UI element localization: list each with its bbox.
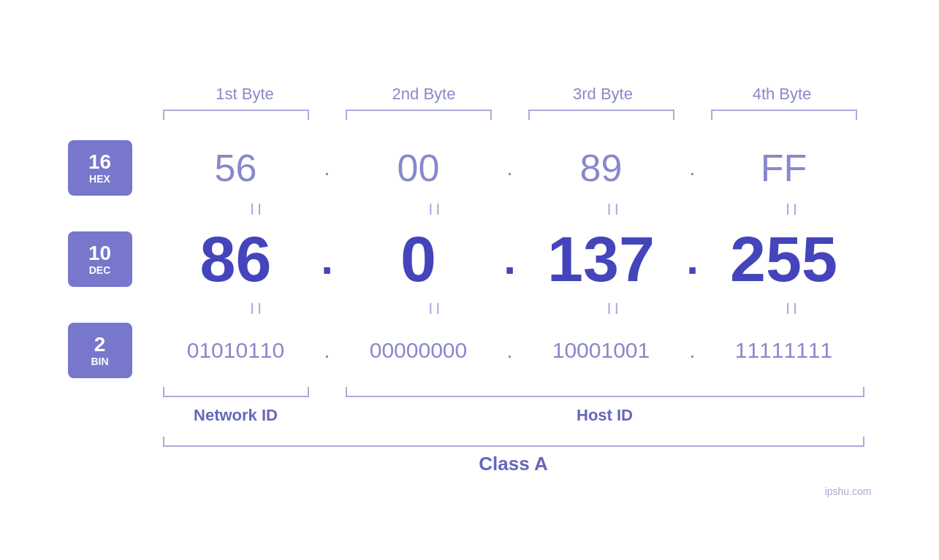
bin-byte-1: 01010110 bbox=[156, 338, 316, 363]
equals-row-2: II II II II bbox=[179, 299, 872, 318]
bin-dot-3: . bbox=[682, 338, 704, 363]
hex-value-4: FF bbox=[761, 147, 807, 189]
top-bracket-4 bbox=[704, 110, 864, 124]
dec-value-3: 137 bbox=[547, 223, 655, 295]
top-brackets bbox=[156, 110, 872, 124]
dec-values: 86 . 0 . 137 . 255 bbox=[156, 222, 872, 296]
dec-dot-2: . bbox=[499, 237, 521, 281]
eq-spacer-3 bbox=[693, 200, 714, 219]
bin-byte-3: 10001001 bbox=[521, 338, 682, 363]
top-bracket-3 bbox=[521, 110, 682, 124]
dec-byte-3: 137 bbox=[521, 222, 682, 296]
class-bracket bbox=[163, 437, 864, 447]
hex-value-3: 89 bbox=[580, 147, 623, 189]
byte-label-1: 1st Byte bbox=[164, 85, 325, 104]
bottom-brackets bbox=[156, 387, 872, 402]
hex-byte-3: 89 bbox=[521, 146, 682, 190]
bin-badge: 2 BIN bbox=[68, 323, 132, 378]
eq-2-3: II bbox=[536, 299, 693, 318]
dec-byte-1: 86 bbox=[156, 222, 316, 296]
hex-dot-2: . bbox=[499, 156, 521, 180]
bin-value-1: 01010110 bbox=[187, 338, 284, 362]
top-bracket-2 bbox=[338, 110, 499, 124]
dec-badge-number: 10 bbox=[88, 242, 111, 265]
eq-spacer-2 bbox=[514, 200, 536, 219]
dec-value-4: 255 bbox=[730, 223, 837, 295]
eq-2-2: II bbox=[357, 299, 514, 318]
eq-spacer-5 bbox=[514, 299, 536, 318]
host-bracket bbox=[338, 387, 872, 402]
main-container: 1st Byte 2nd Byte 3rd Byte 4th Byte 16 H… bbox=[68, 85, 872, 475]
hex-badge-label: HEX bbox=[89, 173, 110, 185]
host-label-spacer bbox=[316, 406, 338, 425]
dec-row: 10 DEC 86 . 0 . 137 . 255 bbox=[68, 222, 872, 296]
top-bracket-shape-4 bbox=[711, 110, 857, 120]
eq-1-4: II bbox=[714, 200, 871, 219]
hex-badge-number: 16 bbox=[88, 151, 111, 174]
hex-value-2: 00 bbox=[398, 147, 440, 189]
dec-byte-2: 0 bbox=[338, 222, 499, 296]
bottom-section: Network ID Host ID bbox=[156, 387, 872, 425]
dec-dot-1: . bbox=[316, 237, 338, 281]
hex-byte-2: 00 bbox=[338, 146, 499, 190]
eq-1-1: II bbox=[179, 200, 336, 219]
bin-values: 01010110 . 00000000 . 10001001 . 1111111… bbox=[156, 338, 872, 363]
hex-value-1: 56 bbox=[215, 147, 257, 189]
hex-row: 16 HEX 56 . 00 . 89 . FF bbox=[68, 139, 872, 197]
equals-row-1: II II II II bbox=[179, 200, 872, 219]
eq-2-1: II bbox=[179, 299, 336, 318]
hex-dot-3: . bbox=[682, 156, 704, 180]
bin-value-3: 10001001 bbox=[552, 338, 650, 362]
top-bracket-shape-3 bbox=[528, 110, 674, 120]
host-bracket-shape bbox=[346, 387, 864, 397]
eq-spacer-6 bbox=[693, 299, 714, 318]
bottom-labels: Network ID Host ID bbox=[156, 406, 872, 425]
hex-byte-4: FF bbox=[704, 146, 864, 190]
dec-byte-4: 255 bbox=[704, 222, 864, 296]
dec-value-2: 0 bbox=[400, 223, 436, 295]
byte-label-2: 2nd Byte bbox=[343, 85, 504, 104]
bin-row: 2 BIN 01010110 . 00000000 . 10001001 . 1… bbox=[68, 321, 872, 380]
bin-dot-2: . bbox=[499, 338, 521, 363]
eq-1-2: II bbox=[357, 200, 514, 219]
dec-dot-3: . bbox=[682, 237, 704, 281]
dec-value-1: 86 bbox=[200, 223, 272, 295]
class-section: Class A bbox=[156, 437, 872, 475]
bin-byte-2: 00000000 bbox=[338, 338, 499, 363]
top-bracket-shape-1 bbox=[163, 110, 309, 120]
bin-value-2: 00000000 bbox=[370, 338, 467, 362]
bin-badge-number: 2 bbox=[94, 334, 106, 356]
bin-badge-label: BIN bbox=[91, 356, 108, 367]
hex-dot-1: . bbox=[316, 156, 338, 180]
network-bracket-shape bbox=[163, 387, 309, 397]
hex-values: 56 . 00 . 89 . FF bbox=[156, 146, 872, 190]
bin-dot-1: . bbox=[316, 338, 338, 363]
byte-label-3: 3rd Byte bbox=[522, 85, 683, 104]
eq-2-4: II bbox=[714, 299, 871, 318]
class-a-label: Class A bbox=[156, 453, 872, 475]
dec-badge: 10 DEC bbox=[68, 231, 132, 287]
dec-badge-label: DEC bbox=[89, 264, 111, 276]
bin-value-4: 11111111 bbox=[735, 338, 832, 362]
eq-spacer-1 bbox=[336, 200, 357, 219]
watermark: ipshu.com bbox=[825, 486, 872, 497]
bracket-sep bbox=[316, 387, 338, 402]
eq-1-3: II bbox=[536, 200, 693, 219]
network-bracket bbox=[156, 387, 316, 402]
byte-label-4: 4th Byte bbox=[702, 85, 862, 104]
network-id-label: Network ID bbox=[156, 406, 316, 425]
host-id-label: Host ID bbox=[338, 406, 872, 425]
eq-spacer-4 bbox=[336, 299, 357, 318]
hex-badge: 16 HEX bbox=[68, 140, 132, 196]
top-bracket-shape-2 bbox=[346, 110, 492, 120]
byte-labels-row: 1st Byte 2nd Byte 3rd Byte 4th Byte bbox=[156, 85, 872, 104]
top-bracket-1 bbox=[156, 110, 316, 124]
hex-byte-1: 56 bbox=[156, 146, 316, 190]
bin-byte-4: 11111111 bbox=[704, 338, 864, 363]
